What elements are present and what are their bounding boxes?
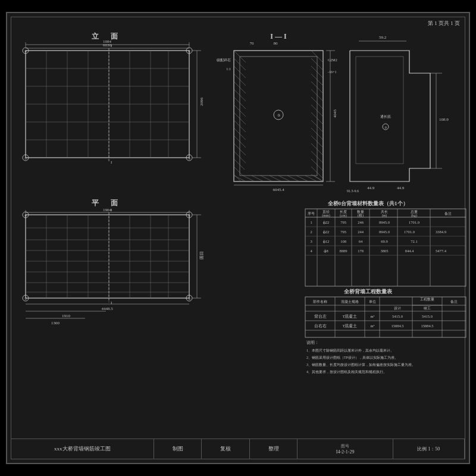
material-table-title: 全桥0台背墙材料数量表（共1个） bbox=[328, 201, 408, 206]
svg-text:8945.0: 8945.0 bbox=[379, 230, 390, 234]
svg-text:(mm): (mm) bbox=[322, 214, 330, 218]
svg-text:3805: 3805 bbox=[381, 249, 389, 253]
svg-text:③: ③ bbox=[384, 126, 387, 129]
svg-text:244: 244 bbox=[358, 230, 364, 234]
svg-line-74 bbox=[252, 176, 264, 181]
svg-text:-16+1: -16+1 bbox=[328, 70, 336, 74]
svg-text:序号: 序号 bbox=[308, 211, 315, 215]
svg-line-79 bbox=[296, 176, 308, 181]
svg-text:ф22: ф22 bbox=[323, 230, 330, 234]
svg-line-78 bbox=[287, 176, 299, 181]
svg-text:ф12: ф12 bbox=[323, 239, 330, 243]
svg-text:59.2: 59.2 bbox=[379, 35, 387, 40]
svg-line-52 bbox=[234, 159, 245, 170]
svg-text:I: I bbox=[111, 300, 112, 305]
svg-text:80: 80 bbox=[274, 41, 278, 46]
svg-text:I: I bbox=[111, 43, 112, 48]
svg-text:844.4: 844.4 bbox=[405, 249, 414, 253]
svg-text:8945.0: 8945.0 bbox=[379, 220, 390, 224]
svg-line-72 bbox=[234, 176, 246, 181]
svg-text:备注: 备注 bbox=[444, 211, 452, 215]
svg-text:3: 3 bbox=[310, 239, 312, 243]
svg-text:2、钢筋采用设计图纸（TP设计），具体以实际施工为准。: 2、钢筋采用设计图纸（TP设计），具体以实际施工为准。 bbox=[306, 355, 398, 360]
svg-text:178: 178 bbox=[358, 249, 364, 253]
svg-rect-197 bbox=[305, 297, 466, 337]
drawing-number-label: 图号 bbox=[341, 443, 349, 449]
svg-text:8889: 8889 bbox=[340, 249, 347, 253]
title-block: xxx大桥背墙钢筋竣工图 制图 复核 整理 图号 I4-2-1-29 比例 1：… bbox=[11, 439, 465, 459]
svg-text:单位: 单位 bbox=[369, 300, 376, 303]
svg-text:15884.5: 15884.5 bbox=[391, 324, 403, 328]
svg-text:3384.9: 3384.9 bbox=[436, 230, 446, 234]
svg-text:70: 70 bbox=[250, 41, 255, 46]
svg-text:1:1: 1:1 bbox=[226, 67, 231, 71]
svg-text:44.9: 44.9 bbox=[367, 186, 375, 190]
svg-text:ф22: ф22 bbox=[323, 220, 330, 224]
svg-text:1701.0: 1701.0 bbox=[404, 230, 415, 234]
svg-text:69.9: 69.9 bbox=[381, 239, 387, 243]
svg-text:②: ② bbox=[188, 214, 191, 217]
svg-text:背台左: 背台左 bbox=[314, 314, 327, 319]
svg-text:91.5-9.6: 91.5-9.6 bbox=[347, 189, 359, 193]
svg-text:6045.4: 6045.4 bbox=[273, 187, 284, 192]
notes-title: 说明： bbox=[306, 340, 319, 345]
svg-text:795: 795 bbox=[340, 220, 346, 224]
svg-line-75 bbox=[261, 176, 273, 181]
section-view-title: I — I bbox=[270, 32, 287, 40]
svg-text:③: ③ bbox=[188, 157, 191, 160]
svg-text:4045: 4045 bbox=[333, 109, 337, 118]
svg-text:4、其他要求，按设计图纸及相关规范和规程执行。: 4、其他要求，按设计图纸及相关规范和规程执行。 bbox=[306, 369, 387, 374]
svg-text:108.9: 108.9 bbox=[439, 117, 449, 122]
svg-line-73 bbox=[243, 176, 255, 181]
svg-text:1300: 1300 bbox=[51, 321, 60, 325]
drawing-container: 第 1 页共 1 页 立 面 1084 6030 bbox=[6, 12, 470, 464]
svg-text:1、本图尺寸除钢筋间距以厘米计外，其余均以毫米计。: 1、本图尺寸除钢筋间距以厘米计外，其余均以毫米计。 bbox=[306, 348, 394, 352]
main-drawing: 立 面 1084 6030 bbox=[14, 26, 472, 448]
svg-text:圆目: 圆目 bbox=[199, 251, 204, 259]
svg-text:64: 64 bbox=[359, 239, 363, 243]
svg-line-76 bbox=[270, 176, 281, 181]
svg-text:ф8: ф8 bbox=[324, 249, 328, 253]
svg-text:(kg): (kg) bbox=[411, 214, 417, 218]
svg-text:795: 795 bbox=[340, 230, 346, 234]
drawn-by-cell: 制图 bbox=[154, 439, 202, 459]
svg-text:T混凝土: T混凝土 bbox=[343, 314, 358, 318]
svg-text:5477.4: 5477.4 bbox=[436, 249, 447, 253]
svg-text:设计: 设计 bbox=[394, 306, 401, 310]
svg-text:1701.0: 1701.0 bbox=[409, 220, 419, 224]
svg-text:m³: m³ bbox=[370, 314, 374, 318]
plan-view-title: 平 面 bbox=[92, 199, 120, 207]
svg-text:级配碎石: 级配碎石 bbox=[217, 58, 231, 62]
svg-text:4: 4 bbox=[310, 249, 312, 253]
svg-text:通长筋: 通长筋 bbox=[380, 115, 391, 118]
inner-border: 第 1 页共 1 页 立 面 1084 6030 bbox=[11, 17, 465, 459]
svg-text:混凝土规格: 混凝土规格 bbox=[341, 300, 359, 303]
svg-text:⑤: ⑤ bbox=[277, 114, 280, 117]
engineering-table-title: 全桥背墙工程数量表 bbox=[344, 289, 393, 295]
svg-text:2: 2 bbox=[310, 230, 312, 234]
svg-text:1910: 1910 bbox=[62, 314, 71, 318]
svg-text:72.1: 72.1 bbox=[411, 239, 417, 243]
svg-text:部件名称: 部件名称 bbox=[313, 299, 327, 303]
svg-text:5415.0: 5415.0 bbox=[422, 314, 433, 318]
svg-text:竣工: 竣工 bbox=[424, 306, 431, 310]
svg-text:3、钢筋数量、长度均按设计图纸计算，如有偏差按实际施工量为准: 3、钢筋数量、长度均按设计图纸计算，如有偏差按实际施工量为准。 bbox=[306, 362, 415, 367]
svg-text:②: ② bbox=[188, 50, 191, 53]
svg-text:I: I bbox=[111, 160, 112, 165]
svg-text:备注: 备注 bbox=[450, 299, 458, 303]
drawing-title-cell: xxx大桥背墙钢筋竣工图 bbox=[11, 439, 154, 459]
svg-text:I: I bbox=[111, 208, 112, 212]
svg-text:15884.5: 15884.5 bbox=[421, 324, 433, 328]
svg-text:长度: 长度 bbox=[340, 209, 347, 214]
svg-text:246: 246 bbox=[358, 220, 364, 224]
svg-line-77 bbox=[278, 176, 290, 181]
checked-cell: 复核 bbox=[202, 439, 250, 459]
svg-text:108: 108 bbox=[340, 239, 346, 243]
svg-text:(m): (m) bbox=[382, 214, 387, 218]
svg-text:4448.5: 4448.5 bbox=[101, 306, 113, 311]
svg-line-53 bbox=[234, 167, 243, 176]
svg-text:1: 1 bbox=[310, 220, 312, 224]
svg-text:(根): (根) bbox=[358, 214, 364, 218]
svg-text:m³: m³ bbox=[370, 324, 374, 328]
svg-text:工程数量: 工程数量 bbox=[420, 298, 434, 301]
